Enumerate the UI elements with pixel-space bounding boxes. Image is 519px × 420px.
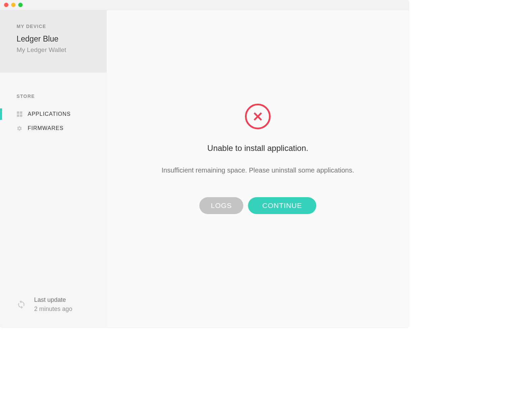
app-window: MY DEVICE Ledger Blue My Ledger Wallet S… — [0, 0, 409, 327]
my-device-heading: MY DEVICE — [0, 24, 107, 29]
nav-item-firmwares[interactable]: FIRMWARES — [0, 121, 107, 135]
continue-button[interactable]: CONTINUE — [248, 197, 316, 214]
svg-rect-1 — [20, 111, 22, 114]
nav-items: APPLICATIONS FIRMWARES — [0, 107, 107, 135]
error-subtitle: Insufficient remaining space. Please uni… — [162, 166, 354, 174]
error-icon — [245, 104, 271, 129]
sidebar-footer: Last update 2 minutes ago — [0, 296, 107, 327]
main-content: Unable to install application. Insuffici… — [107, 10, 409, 327]
nav-label-applications: APPLICATIONS — [28, 111, 71, 117]
close-window-button[interactable] — [4, 3, 8, 7]
error-title: Unable to install application. — [207, 143, 308, 153]
sidebar-device-panel: MY DEVICE Ledger Blue My Ledger Wallet — [0, 10, 107, 73]
last-update-time: 2 minutes ago — [34, 306, 72, 313]
traffic-lights — [4, 3, 23, 7]
sidebar-store-section: STORE APPLICATIONS — [0, 73, 107, 135]
last-update-label: Last update — [34, 296, 72, 304]
svg-rect-0 — [17, 111, 19, 114]
store-heading: STORE — [0, 94, 107, 99]
footer-text: Last update 2 minutes ago — [34, 296, 72, 313]
minimize-window-button[interactable] — [11, 3, 16, 7]
gear-icon — [17, 126, 22, 131]
titlebar[interactable] — [0, 0, 409, 10]
device-name: Ledger Blue — [0, 29, 107, 44]
error-panel: Unable to install application. Insuffici… — [162, 104, 354, 214]
apps-grid-icon — [17, 111, 22, 117]
maximize-window-button[interactable] — [18, 3, 23, 7]
button-row: LOGS CONTINUE — [199, 197, 316, 214]
svg-rect-2 — [17, 114, 19, 117]
device-subtitle: My Ledger Wallet — [0, 44, 107, 54]
window-body: MY DEVICE Ledger Blue My Ledger Wallet S… — [0, 10, 409, 327]
logs-button[interactable]: LOGS — [199, 197, 243, 214]
nav-item-applications[interactable]: APPLICATIONS — [0, 107, 107, 121]
sidebar: MY DEVICE Ledger Blue My Ledger Wallet S… — [0, 10, 107, 327]
nav-label-firmwares: FIRMWARES — [28, 125, 64, 131]
svg-rect-3 — [20, 114, 22, 117]
refresh-icon[interactable] — [17, 300, 26, 309]
